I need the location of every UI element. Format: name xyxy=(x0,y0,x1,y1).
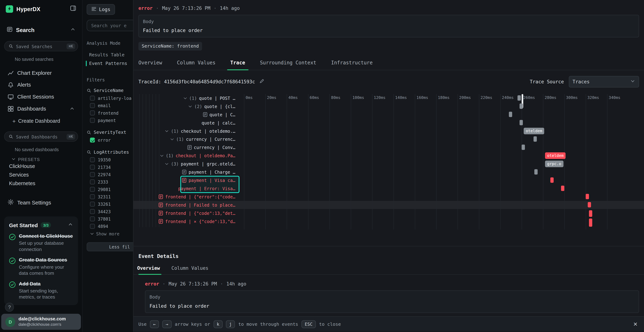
checkbox[interactable] xyxy=(90,172,95,177)
span-bar[interactable]: oteldem xyxy=(545,152,566,159)
span-bar[interactable] xyxy=(533,136,536,142)
sidebar-item-chart-explorer[interactable]: Chart Explorer xyxy=(0,67,82,79)
sidebar-item-services[interactable]: Services xyxy=(0,170,82,179)
tab-trace[interactable]: Trace xyxy=(223,57,252,70)
checkbox[interactable] xyxy=(90,165,95,170)
collapse-sidebar-icon[interactable] xyxy=(70,5,76,13)
sidebar-item-team-settings[interactable]: Team Settings xyxy=(0,197,82,208)
checkbox[interactable] xyxy=(90,180,95,184)
span-row[interactable]: quote | C… xyxy=(134,110,240,119)
sidebar-item-alerts[interactable]: Alerts xyxy=(0,79,82,91)
span-bar[interactable] xyxy=(517,95,520,101)
show-more-button[interactable]: Show more xyxy=(82,230,133,237)
get-started-step-add-data[interactable]: Add DataStart sending logs, metrics, or … xyxy=(9,281,73,300)
checkbox[interactable] xyxy=(90,157,95,162)
checkbox[interactable] xyxy=(90,138,95,142)
hyperdx-logo[interactable] xyxy=(6,5,13,13)
filter-group-header[interactable]: ServiceName xyxy=(82,86,133,94)
get-started-step-connect-to-clickhouse[interactable]: Connect to ClickHouseSet up your databas… xyxy=(9,233,73,252)
span-bar[interactable] xyxy=(522,144,525,150)
span-bar[interactable]: oteldem xyxy=(524,128,544,134)
span-bar[interactable] xyxy=(588,202,591,208)
checkbox[interactable] xyxy=(90,118,95,123)
filter-option-email[interactable]: email xyxy=(82,102,133,109)
checkbox[interactable] xyxy=(90,216,95,222)
filter-option-payment[interactable]: payment xyxy=(82,117,133,124)
checkbox[interactable] xyxy=(90,103,95,108)
tab-infrastructure[interactable]: Infrastructure xyxy=(324,57,380,70)
filter-option-29081[interactable]: 29081 xyxy=(82,186,133,193)
analysis-mode-results-table[interactable]: Results Table xyxy=(82,50,133,59)
checkbox[interactable] xyxy=(90,194,95,199)
filter-option-error[interactable]: error xyxy=(82,136,133,144)
filter-option-artillery-loa[interactable]: artillery-loa xyxy=(82,94,133,102)
span-bar[interactable] xyxy=(509,112,512,117)
checkbox[interactable] xyxy=(90,224,95,229)
help-button[interactable]: ? xyxy=(5,303,14,312)
span-row[interactable]: currency | Conv… xyxy=(134,143,240,152)
filter-option-frontend[interactable]: frontend xyxy=(82,109,133,117)
filter-option-22974[interactable]: 22974 xyxy=(82,171,133,178)
tab-column-values[interactable]: Column Values xyxy=(170,57,223,70)
tab-overview[interactable]: Overview xyxy=(134,57,170,70)
span-bar[interactable] xyxy=(520,104,523,109)
get-started-header[interactable]: Get Started 3/3 xyxy=(9,221,73,228)
checkbox[interactable] xyxy=(90,202,95,206)
span-row[interactable]: frontend | ⨯ {"code":13,"d… xyxy=(134,217,240,226)
span-row[interactable]: (3)payment | grpc.oteld… xyxy=(134,160,240,168)
trace-source-select[interactable]: Traces xyxy=(569,76,639,88)
less-filters-button[interactable]: Less fil xyxy=(86,242,133,252)
span-row[interactable]: payment | Visa ca… xyxy=(134,176,240,184)
span-bar[interactable] xyxy=(586,194,589,199)
span-row[interactable]: (1)checkout | oteldemo.Pa… xyxy=(134,152,240,160)
checkbox[interactable] xyxy=(90,96,95,101)
span-row[interactable]: (1)currency | Currenc… xyxy=(134,135,240,143)
tab-surrounding-context[interactable]: Surrounding Context xyxy=(252,57,324,70)
span-row[interactable]: (1)quote | POST … xyxy=(134,94,240,102)
presets-header[interactable]: PRESETS xyxy=(12,157,82,162)
user-menu[interactable]: D dale@clickhouse.com dale@clickhouse.co… xyxy=(1,314,81,330)
saved-searches-input[interactable]: Saved Searches ⌘K xyxy=(4,41,78,51)
search-input[interactable] xyxy=(91,23,133,28)
span-bar[interactable] xyxy=(561,186,564,191)
filter-group-header[interactable]: SeverityText xyxy=(82,128,133,136)
checkbox[interactable] xyxy=(90,209,95,214)
filter-option-21734[interactable]: 21734 xyxy=(82,164,133,171)
span-bar[interactable] xyxy=(589,218,592,227)
span-row[interactable]: (2)quote | {cl… xyxy=(134,102,240,110)
filter-group-header[interactable]: LogAttributes xyxy=(82,148,133,156)
sidebar-item-dashboards[interactable]: Dashboards xyxy=(0,103,82,115)
filter-option-19350[interactable]: 19350 xyxy=(82,156,133,163)
checkbox[interactable] xyxy=(90,110,95,116)
checkbox[interactable] xyxy=(90,187,95,192)
span-row[interactable]: frontend | {"code":13,"det… xyxy=(134,209,240,217)
event-details-tab-column-values[interactable]: Column Values xyxy=(166,263,214,274)
edit-icon[interactable] xyxy=(259,78,264,85)
filter-option-4894[interactable]: 4894 xyxy=(82,222,133,230)
sidebar-item-clickhouse[interactable]: ClickHouse xyxy=(0,162,82,170)
span-row[interactable]: payment | Charge … xyxy=(134,168,240,176)
filter-option-33261[interactable]: 33261 xyxy=(82,200,133,208)
close-icon[interactable]: × xyxy=(633,320,638,328)
span-bar[interactable]: grpc.o xyxy=(545,161,563,167)
span-row[interactable]: frontend | Failed to place… xyxy=(134,201,240,209)
span-bar[interactable] xyxy=(520,120,523,125)
filter-option-34423[interactable]: 34423 xyxy=(82,208,133,215)
span-row[interactable]: (1)checkout | oteldemo.… xyxy=(134,127,240,135)
span-row[interactable]: payment | Error: Visa… xyxy=(134,184,240,193)
span-bar[interactable] xyxy=(534,169,538,174)
search-section-header[interactable]: Search xyxy=(0,24,82,36)
create-dashboard-button[interactable]: + Create Dashboard xyxy=(0,116,82,126)
sidebar-item-kubernetes[interactable]: Kubernetes xyxy=(0,179,82,188)
saved-dashboards-input[interactable]: Saved Dashboards ⌘K xyxy=(4,132,78,142)
span-bar[interactable] xyxy=(589,210,592,217)
source-selector-button[interactable]: Logs xyxy=(86,4,115,15)
sidebar-item-client-sessions[interactable]: Client Sessions xyxy=(0,91,82,103)
event-details-tab-overview[interactable]: Overview xyxy=(134,263,166,274)
span-row[interactable]: frontend | {"error":{"code… xyxy=(134,193,240,201)
get-started-step-create-data-sources[interactable]: Create Data SourcesConfigure where your … xyxy=(9,257,73,276)
analysis-mode-event-patterns[interactable]: Event Patterns xyxy=(82,59,133,68)
filter-option-2333[interactable]: 2333 xyxy=(82,178,133,186)
filter-option-37801[interactable]: 37801 xyxy=(82,215,133,222)
span-row[interactable]: quote | calc… xyxy=(134,119,240,127)
